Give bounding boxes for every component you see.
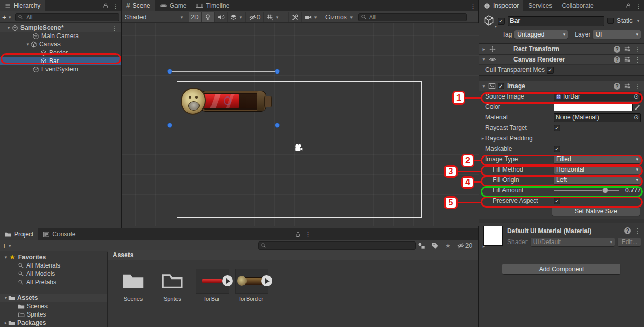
fill-amount-value[interactable]: 0.777 bbox=[622, 187, 641, 194]
material-foldout-icon[interactable]: ▸ bbox=[481, 244, 486, 249]
create-button[interactable]: + bbox=[2, 241, 6, 250]
tree-item-eventsystem[interactable]: EventSystem bbox=[0, 65, 121, 74]
help-icon[interactable]: ? bbox=[614, 56, 620, 63]
raycast-padding-row[interactable]: ▸ Raycast Padding bbox=[479, 133, 644, 143]
help-icon[interactable]: ? bbox=[614, 46, 620, 53]
scene-search-input[interactable] bbox=[368, 14, 464, 21]
cull-transparent-checkbox[interactable]: ✓ bbox=[547, 67, 554, 74]
shading-mode-dropdown[interactable]: Shaded ▾ bbox=[125, 14, 184, 21]
static-checkbox[interactable] bbox=[607, 18, 614, 24]
maskable-checkbox[interactable]: ✓ bbox=[554, 146, 560, 152]
object-picker-icon[interactable]: ⊙ bbox=[634, 114, 639, 121]
tab-services[interactable]: Services bbox=[523, 0, 557, 11]
gameobject-name-field[interactable] bbox=[508, 16, 604, 26]
tree-item-main-camera[interactable]: Main Camera bbox=[0, 32, 121, 40]
foldout-icon[interactable]: ▾ bbox=[25, 42, 30, 47]
grid-visibility-dropdown[interactable]: ▾ bbox=[264, 12, 283, 22]
forborder-thumbnail[interactable] bbox=[235, 269, 268, 294]
tab-collaborate[interactable]: Collaborate bbox=[557, 0, 598, 11]
asset-label-scenes[interactable]: Scenes bbox=[112, 296, 154, 302]
search-by-label-icon[interactable] bbox=[431, 242, 439, 249]
gizmos-dropdown[interactable]: Gizmos ▾ bbox=[321, 14, 358, 21]
scenes-folder-icon[interactable] bbox=[120, 270, 146, 293]
main-camera-gizmo-icon[interactable] bbox=[293, 143, 305, 153]
hidden-packages-button[interactable]: 20 bbox=[457, 242, 472, 249]
eyedropper-icon[interactable] bbox=[634, 104, 641, 111]
help-icon[interactable]: ? bbox=[624, 227, 631, 234]
hierarchy-search[interactable] bbox=[15, 13, 119, 21]
panel-menu-icon[interactable]: ⋮ bbox=[305, 231, 311, 238]
foldout-icon[interactable]: ▾ bbox=[481, 57, 486, 62]
presets-icon[interactable] bbox=[624, 56, 631, 63]
preserve-aspect-checkbox[interactable]: ✓ bbox=[554, 198, 560, 204]
scene-viewport[interactable] bbox=[122, 23, 479, 226]
assets-folder-row[interactable]: ▾ Assets bbox=[0, 294, 107, 302]
tree-item-bar-selected[interactable]: Bar bbox=[0, 57, 121, 65]
rect-handle-bottom-right[interactable] bbox=[275, 123, 280, 128]
panel-menu-icon[interactable]: ⋮ bbox=[470, 2, 476, 10]
static-dropdown-icon[interactable]: ▾ bbox=[636, 18, 641, 23]
tab-timeline[interactable]: Timeline bbox=[191, 0, 234, 11]
asset-label-forborder[interactable]: forBorder bbox=[230, 296, 272, 302]
rect-handle-top-left[interactable] bbox=[167, 69, 172, 74]
hierarchy-search-input[interactable] bbox=[25, 14, 116, 21]
fill-origin-dropdown[interactable]: Left▾ bbox=[554, 176, 641, 184]
favorites-foldout[interactable]: ▾ ★ Favorites bbox=[0, 253, 107, 261]
fill-amount-slider[interactable] bbox=[554, 187, 619, 194]
favorites-filter-icon[interactable]: ★ bbox=[445, 242, 451, 249]
favorites-all-materials[interactable]: All Materials bbox=[0, 261, 107, 270]
component-tools-button[interactable] bbox=[288, 12, 302, 22]
component-menu-icon[interactable]: ⋮ bbox=[634, 56, 641, 64]
asset-label-forbar[interactable]: forBar bbox=[191, 296, 233, 302]
scene-search[interactable] bbox=[358, 13, 467, 21]
panel-menu-icon[interactable]: ⋮ bbox=[112, 2, 119, 10]
panel-menu-icon[interactable]: ⋮ bbox=[635, 2, 642, 10]
slider-handle[interactable] bbox=[602, 187, 608, 193]
create-button[interactable]: + bbox=[2, 13, 6, 21]
2d-toggle-button[interactable]: 2D bbox=[189, 12, 202, 22]
tab-inspector[interactable]: Inspector bbox=[479, 0, 523, 11]
lighting-toggle-button[interactable] bbox=[202, 12, 215, 22]
image-enabled-checkbox[interactable]: ✓ bbox=[498, 83, 504, 89]
hidden-objects-button[interactable]: 0 bbox=[246, 12, 264, 22]
sprites-folder-icon[interactable] bbox=[159, 270, 185, 293]
tab-project[interactable]: Project bbox=[0, 228, 38, 240]
active-checkbox[interactable]: ✓ bbox=[498, 18, 505, 25]
lock-icon[interactable] bbox=[295, 231, 301, 237]
source-image-field[interactable]: forBar ⊙ bbox=[554, 92, 641, 101]
object-picker-icon[interactable]: ⊙ bbox=[634, 93, 639, 100]
edit-shader-button[interactable]: Edit... bbox=[618, 238, 641, 246]
foldout-icon[interactable]: ▸ bbox=[480, 136, 485, 141]
play-badge-icon[interactable] bbox=[261, 275, 272, 286]
canvas-renderer-header[interactable]: ▾ Canvas Renderer ? ⋮ bbox=[479, 54, 644, 65]
foldout-icon[interactable]: ▸ bbox=[3, 320, 8, 325]
asset-breadcrumb[interactable]: Assets bbox=[108, 250, 478, 260]
lock-icon[interactable] bbox=[102, 3, 109, 9]
foldout-icon[interactable]: ▾ bbox=[6, 25, 11, 30]
set-native-size-button[interactable]: Set Native Size bbox=[552, 207, 640, 216]
asset-label-sprites[interactable]: Sprites bbox=[151, 296, 193, 302]
project-search-input[interactable] bbox=[268, 242, 413, 249]
forbar-thumbnail[interactable] bbox=[196, 269, 229, 294]
lock-icon[interactable] bbox=[625, 3, 631, 9]
component-menu-icon[interactable]: ⋮ bbox=[634, 45, 641, 53]
raycast-target-checkbox[interactable]: ✓ bbox=[554, 125, 560, 131]
help-icon[interactable]: ? bbox=[614, 83, 620, 90]
presets-icon[interactable] bbox=[624, 45, 631, 53]
favorites-all-prefabs[interactable]: All Prefabs bbox=[0, 278, 107, 286]
tab-game[interactable]: Game bbox=[155, 0, 192, 11]
tree-item-scene-root[interactable]: ▾ SampleScene* ⋮ bbox=[0, 23, 121, 32]
packages-row[interactable]: ▸ Packages bbox=[0, 319, 107, 327]
project-search[interactable] bbox=[258, 241, 416, 250]
search-by-type-icon[interactable] bbox=[418, 242, 425, 249]
material-field[interactable]: None (Material) ⊙ bbox=[554, 113, 641, 122]
foldout-icon[interactable]: ▾ bbox=[3, 255, 8, 260]
camera-settings-dropdown[interactable]: ▾ bbox=[302, 12, 321, 22]
image-component-header[interactable]: ▾ ✓ Image ? ⋮ bbox=[479, 81, 644, 91]
layer-dropdown[interactable]: UI▾ bbox=[593, 30, 641, 39]
play-badge-icon[interactable] bbox=[222, 275, 233, 286]
effects-dropdown-button[interactable]: ▾ bbox=[228, 12, 246, 22]
rect-handle-bottom-left[interactable] bbox=[167, 123, 172, 128]
image-type-dropdown[interactable]: Filled▾ bbox=[554, 155, 641, 163]
presets-icon[interactable] bbox=[624, 82, 631, 90]
